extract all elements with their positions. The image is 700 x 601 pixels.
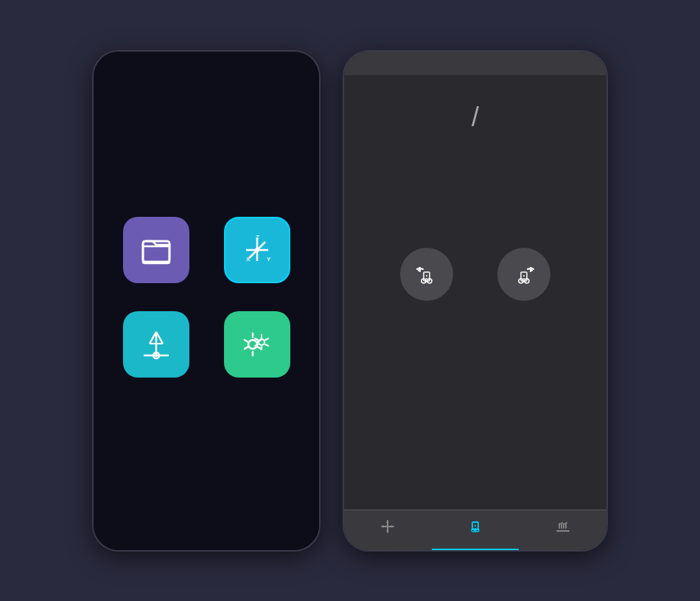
tab-jog-mode[interactable] — [344, 510, 432, 550]
app-settings[interactable] — [217, 311, 297, 385]
app-files[interactable] — [116, 217, 196, 291]
svg-text:Y: Y — [267, 256, 271, 263]
filament-section — [359, 248, 592, 310]
load-button[interactable] — [497, 248, 550, 301]
app-control[interactable]: X Y Z — [217, 217, 297, 291]
nozzle-icon — [466, 518, 484, 540]
control-header — [344, 52, 606, 75]
control-screen: / — [344, 52, 606, 550]
tab-nozzle[interactable] — [432, 510, 519, 550]
jog-mode-icon — [379, 518, 396, 540]
heated-bed-icon — [554, 518, 572, 540]
svg-point-22 — [472, 529, 475, 532]
right-phone: / — [343, 50, 608, 552]
thermo-bars — [359, 145, 592, 211]
svg-text:Z: Z — [256, 234, 259, 240]
temp-slash: / — [472, 102, 479, 132]
control-icon-bg: X Y Z — [224, 217, 290, 283]
svg-point-23 — [476, 529, 479, 532]
control-body: / — [344, 75, 606, 510]
files-icon-bg — [123, 217, 189, 283]
left-phone: X Y Z — [92, 50, 321, 552]
calibration-icon-bg — [123, 311, 189, 378]
nozzle-temp-value: / — [472, 96, 479, 133]
bottom-tabs — [344, 510, 606, 550]
app-grid: X Y Z — [116, 217, 297, 385]
thermometer-container[interactable] — [359, 145, 592, 233]
tab-heated-bed[interactable] — [519, 510, 606, 550]
svg-point-10 — [248, 340, 257, 349]
svg-text:X: X — [246, 256, 251, 263]
unload-button[interactable] — [400, 248, 453, 301]
app-calibration[interactable] — [116, 311, 196, 385]
settings-icon-bg — [224, 311, 290, 378]
home-screen: X Y Z — [94, 52, 319, 550]
svg-point-5 — [255, 248, 259, 252]
